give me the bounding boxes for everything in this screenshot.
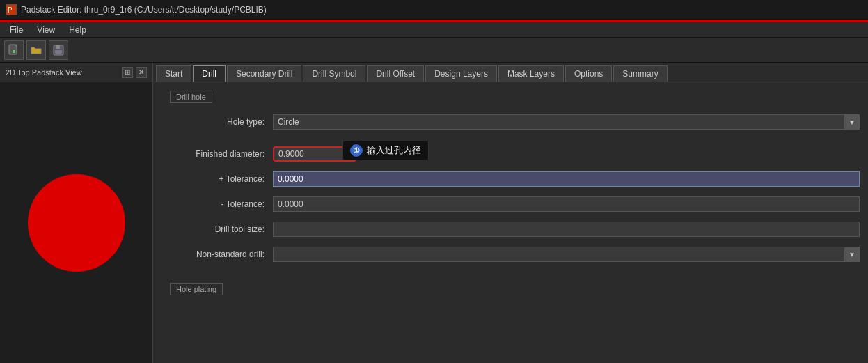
menu-bar: File View Help xyxy=(0,22,868,38)
drill-hole-form: Hole type: Circle Square Oval ▼ Finished xyxy=(153,107,868,276)
finished-diameter-row: Finished diameter: ① 输入过孔内径 xyxy=(161,145,860,163)
non-standard-drill-wrapper: ▼ xyxy=(273,247,860,262)
tab-secondary-drill[interactable]: Secondary Drill xyxy=(227,65,301,82)
plus-tolerance-label: + Tolerance: xyxy=(161,174,273,184)
drill-tool-size-label: Drill tool size: xyxy=(161,224,273,234)
non-standard-drill-label: Non-standard drill: xyxy=(161,249,273,259)
panel-close-button[interactable]: ✕ xyxy=(136,67,147,78)
tab-mask-layers[interactable]: Mask Layers xyxy=(498,65,564,82)
svg-rect-6 xyxy=(56,45,60,49)
hole-plating-label: Hole plating xyxy=(170,283,223,295)
save-button[interactable] xyxy=(49,40,68,60)
title-text: Padstack Editor: thru_0r9_1r6 (C:/Users/… xyxy=(21,5,267,15)
drill-tool-size-row: Drill tool size: xyxy=(161,220,860,238)
main-area: 2D Top Padstack View ⊞ ✕ Start Drill Sec… xyxy=(0,63,868,363)
tab-drill[interactable]: Drill xyxy=(193,65,226,82)
new-button[interactable] xyxy=(4,40,24,60)
tab-options[interactable]: Options xyxy=(565,65,612,82)
content-area: Drill hole Hole type: Circle Square Oval… xyxy=(153,82,868,363)
non-standard-drill-row: Non-standard drill: ▼ xyxy=(161,245,860,263)
left-panel: 2D Top Padstack View ⊞ ✕ xyxy=(0,63,153,363)
padstack-circle-preview xyxy=(28,174,125,272)
panel-controls: ⊞ ✕ xyxy=(122,67,147,78)
tabs-bar: Start Drill Secondary Drill Drill Symbol… xyxy=(153,63,868,82)
hole-type-select-wrapper: Circle Square Oval ▼ xyxy=(273,114,860,130)
app-icon: P xyxy=(6,4,17,15)
finished-diameter-tooltip: ① 输入过孔内径 xyxy=(342,141,429,160)
toolbar xyxy=(0,38,868,63)
svg-rect-7 xyxy=(55,50,62,54)
canvas-area xyxy=(0,82,152,363)
tab-design-layers[interactable]: Design Layers xyxy=(425,65,497,82)
hole-plating-section: Hole plating xyxy=(153,279,868,300)
tab-summary[interactable]: Summary xyxy=(613,65,667,82)
tab-drill-offset[interactable]: Drill Offset xyxy=(367,65,424,82)
drill-hole-section-label: Drill hole xyxy=(170,91,212,103)
open-button[interactable] xyxy=(26,40,46,60)
title-bar: P Padstack Editor: thru_0r9_1r6 (C:/User… xyxy=(0,0,868,20)
right-panel: Start Drill Secondary Drill Drill Symbol… xyxy=(153,63,868,363)
minus-tolerance-input[interactable] xyxy=(273,196,860,212)
menu-help[interactable]: Help xyxy=(62,24,93,36)
panel-float-button[interactable]: ⊞ xyxy=(122,67,133,78)
minus-tolerance-row: - Tolerance: xyxy=(161,195,860,213)
drill-tool-size-input[interactable] xyxy=(273,222,860,237)
svg-text:P: P xyxy=(8,6,13,14)
hole-type-label: Hole type: xyxy=(161,117,273,127)
tab-drill-symbol[interactable]: Drill Symbol xyxy=(303,65,365,82)
menu-view[interactable]: View xyxy=(30,24,62,36)
tooltip-text: 输入过孔内径 xyxy=(367,144,421,157)
hole-type-select[interactable]: Circle Square Oval xyxy=(273,114,860,130)
minus-tolerance-label: - Tolerance: xyxy=(161,199,273,209)
svg-rect-2 xyxy=(9,45,17,54)
finished-diameter-container: ① 输入过孔内径 xyxy=(273,146,860,162)
menu-file[interactable]: File xyxy=(3,24,30,36)
left-panel-header: 2D Top Padstack View ⊞ ✕ xyxy=(0,63,152,82)
hole-type-row: Hole type: Circle Square Oval ▼ xyxy=(161,113,860,131)
plus-tolerance-input[interactable] xyxy=(273,171,860,187)
finished-diameter-label: Finished diameter: xyxy=(161,149,273,159)
tab-start[interactable]: Start xyxy=(156,65,191,82)
tooltip-badge: ① xyxy=(350,144,363,157)
non-standard-drill-select[interactable] xyxy=(273,247,860,262)
plus-tolerance-row: + Tolerance: xyxy=(161,170,860,188)
panel-title: 2D Top Padstack View xyxy=(6,68,82,77)
